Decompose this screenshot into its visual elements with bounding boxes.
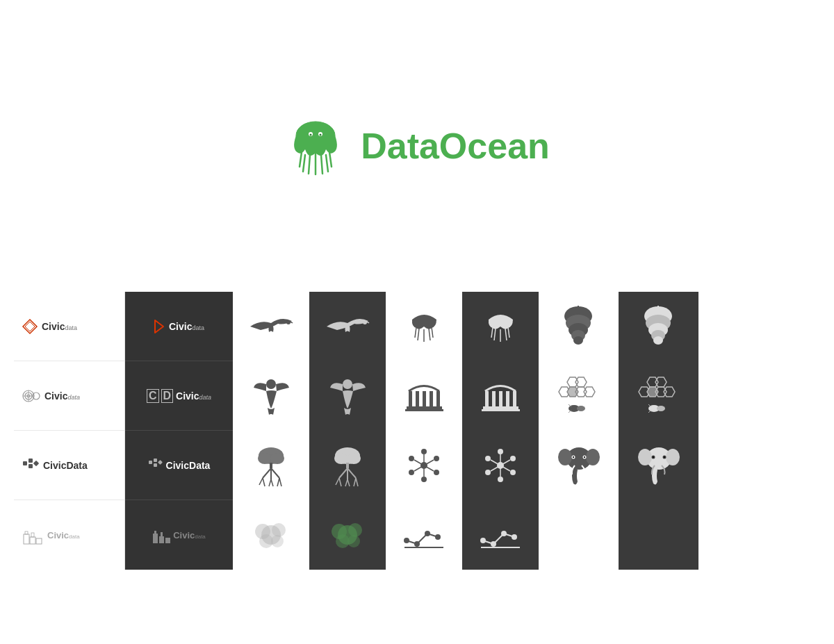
- empty-light-cell-4: [539, 500, 619, 570]
- svg-point-40: [266, 379, 276, 389]
- svg-point-130: [510, 470, 516, 475]
- svg-marker-177: [647, 387, 658, 397]
- civic-logo-text-4: Civic data: [47, 530, 80, 540]
- svg-line-115: [505, 329, 507, 340]
- data-chart-light-icon: [403, 520, 445, 551]
- svg-rect-90: [405, 409, 443, 411]
- svg-line-1: [300, 152, 302, 167]
- data-chart-dark-cell: [462, 500, 539, 570]
- svg-line-116: [508, 327, 509, 338]
- svg-line-6: [326, 155, 328, 172]
- honeycomb-bee-light-icon: [556, 374, 601, 419]
- svg-rect-20: [23, 461, 27, 465]
- bubbles-light-icon: [252, 516, 291, 554]
- svg-point-10: [310, 134, 312, 136]
- col-eagle-light: [233, 292, 309, 570]
- svg-point-172: [653, 336, 663, 345]
- svg-rect-119: [499, 391, 502, 406]
- svg-point-60: [343, 379, 352, 389]
- grid-diamond-icon: [22, 458, 39, 473]
- svg-point-186: [666, 449, 680, 465]
- col-wasp-dark: [619, 292, 698, 570]
- empty-dark-cell-4: [619, 500, 698, 570]
- svg-point-95: [434, 456, 439, 461]
- bubbles-light-cell: [233, 500, 309, 570]
- jellyfish-light-icon: [405, 304, 443, 349]
- svg-point-92: [421, 449, 427, 454]
- svg-rect-123: [482, 409, 520, 411]
- svg-point-181: [657, 406, 665, 411]
- cloud-roots-light-cell: [233, 431, 309, 500]
- svg-rect-33: [158, 459, 163, 464]
- svg-line-50: [269, 479, 271, 486]
- data-chart-light-cell: [386, 500, 462, 570]
- col-wasp-light: [539, 292, 619, 570]
- buildings-dark-icon: [152, 527, 172, 543]
- svg-point-158: [577, 406, 585, 411]
- svg-rect-64: [346, 463, 349, 468]
- svg-line-71: [348, 479, 350, 486]
- jellyfish-dark-icon: [482, 304, 520, 349]
- svg-rect-21: [28, 459, 33, 463]
- buildings-icon-light: [22, 526, 43, 544]
- svg-point-94: [409, 456, 414, 461]
- svg-point-126: [498, 477, 503, 482]
- eagle-flying-dark-icon: [323, 313, 372, 340]
- svg-rect-89: [407, 406, 442, 409]
- svg-rect-87: [430, 391, 433, 406]
- network-light-icon: [403, 445, 445, 486]
- svg-point-96: [409, 470, 414, 475]
- logo-row-4-dark: Civic data: [125, 500, 233, 570]
- svg-point-125: [498, 449, 503, 454]
- svg-rect-31: [154, 459, 157, 462]
- svg-marker-29: [155, 320, 163, 333]
- svg-rect-25: [25, 531, 28, 534]
- svg-rect-88: [436, 391, 440, 406]
- svg-line-45: [263, 468, 271, 478]
- jellyfish-light-cell: [386, 292, 462, 361]
- honeycomb-bee-light-cell: [539, 361, 619, 431]
- svg-marker-174: [647, 377, 658, 387]
- svg-rect-24: [24, 534, 29, 544]
- chevron-right-icon: [154, 319, 166, 334]
- svg-point-167: [583, 456, 584, 457]
- logo-row-3-dark: Civic Data: [125, 431, 233, 500]
- svg-rect-118: [492, 391, 496, 406]
- svg-line-3: [309, 155, 310, 174]
- civic-logo-text-2: Civic data: [44, 390, 80, 402]
- logo-row-1-dark: Civic data: [125, 292, 233, 361]
- svg-line-70: [345, 479, 348, 486]
- elephant-dark-icon: [638, 443, 680, 488]
- honeycomb-bee-dark-cell: [619, 361, 698, 431]
- svg-line-82: [429, 329, 430, 340]
- svg-rect-117: [485, 391, 489, 406]
- svg-rect-85: [416, 391, 419, 406]
- svg-point-43: [270, 453, 284, 464]
- elephant-light-icon: [558, 443, 600, 488]
- svg-line-2: [303, 155, 305, 172]
- wasp-nest-dark-icon: [639, 302, 678, 351]
- eagle-flying-dark-cell: [309, 292, 386, 361]
- logo-row-2-white: Civic data: [14, 361, 124, 431]
- svg-marker-152: [575, 377, 587, 387]
- grid-diamond-dark-icon: [148, 458, 163, 473]
- svg-line-69: [339, 478, 341, 486]
- civic-logo-text-3: Civic Data: [43, 460, 88, 471]
- svg-point-42: [258, 453, 272, 464]
- svg-rect-30: [149, 461, 152, 464]
- svg-rect-121: [513, 391, 516, 406]
- diamond-outline-icon: [22, 319, 38, 334]
- cloud-roots-dark-icon: [329, 443, 367, 488]
- svg-line-51: [271, 479, 273, 486]
- svg-point-76: [348, 523, 362, 537]
- svg-point-189: [652, 456, 653, 457]
- honeycomb-bee-dark-icon: [636, 374, 681, 419]
- cd-circle-icon: [22, 388, 40, 404]
- svg-point-129: [485, 470, 491, 475]
- svg-rect-26: [30, 537, 35, 544]
- logo-row-3-white: Civic Data: [14, 431, 124, 500]
- dome-pillars-light-icon: [403, 377, 445, 415]
- svg-line-53: [279, 478, 281, 486]
- eagle-flying-right-icon: [247, 313, 295, 340]
- svg-line-80: [418, 329, 419, 340]
